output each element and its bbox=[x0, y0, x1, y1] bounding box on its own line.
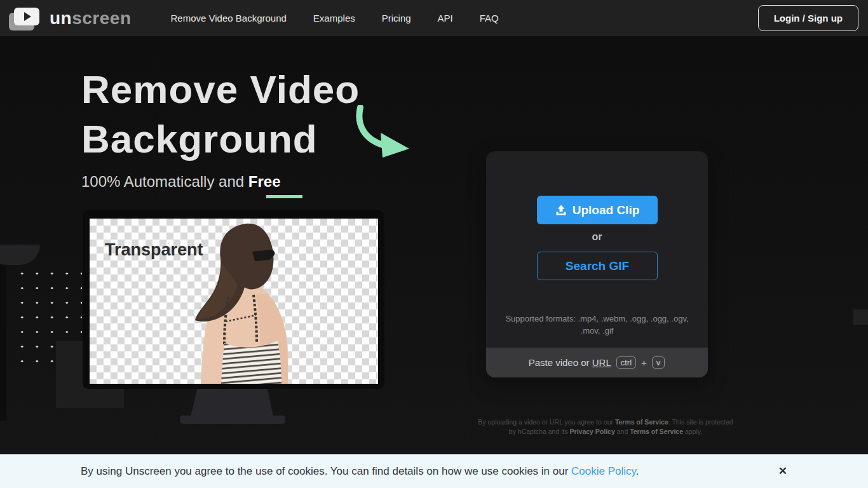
upload-card: Upload Clip or Search GIF Supported form… bbox=[486, 151, 708, 377]
decorative-semicircle bbox=[0, 245, 40, 265]
legal-disclaimer: By uploading a video or URL you agree to… bbox=[472, 417, 739, 437]
hero-section: Remove Video Background 100% Automatical… bbox=[0, 36, 868, 454]
curved-arrow-icon bbox=[356, 105, 416, 159]
woman-cutout-illustration: Transparent bbox=[90, 219, 378, 384]
url-link[interactable]: URL bbox=[592, 357, 611, 368]
monitor-frame: Transparent bbox=[83, 210, 384, 389]
video-logo-icon bbox=[9, 6, 41, 30]
or-separator: or bbox=[486, 231, 708, 243]
brand-name: unscreen bbox=[50, 8, 132, 29]
decorative-strip bbox=[0, 262, 6, 421]
monitor-stand-base bbox=[180, 416, 285, 424]
decorative-square-right bbox=[853, 309, 868, 325]
nav-links: Remove Video Background Examples Pricing… bbox=[171, 13, 499, 24]
supported-formats: Supported formats: .mp4, .webm, .ogg, .o… bbox=[499, 313, 695, 337]
brand-logo[interactable]: unscreen bbox=[9, 6, 132, 30]
paste-video-bar: Paste video or URL ctrl + v bbox=[486, 348, 708, 377]
monitor-stand-neck bbox=[191, 389, 273, 416]
cookie-banner: By using Unscreen you agree to the use o… bbox=[0, 454, 868, 488]
unscreen-homepage: unscreen Remove Video Background Example… bbox=[0, 0, 868, 488]
search-gif-button[interactable]: Search GIF bbox=[537, 252, 658, 280]
paste-label: Paste video or URL bbox=[529, 357, 611, 368]
login-signup-button[interactable]: Login / Sign up bbox=[758, 5, 858, 31]
nav-item-api[interactable]: API bbox=[438, 13, 453, 24]
page-title: Remove Video Background bbox=[81, 65, 360, 164]
nav-item-pricing[interactable]: Pricing bbox=[382, 13, 411, 24]
transparent-video-preview: Transparent bbox=[90, 219, 378, 384]
terms-of-service-link[interactable]: Terms of Service bbox=[615, 418, 668, 426]
cookie-policy-link[interactable]: Cookie Policy bbox=[571, 465, 636, 477]
nav-item-remove-video-background[interactable]: Remove Video Background bbox=[171, 13, 287, 24]
play-icon bbox=[24, 12, 31, 21]
upload-icon bbox=[555, 205, 567, 216]
cookie-message: By using Unscreen you agree to the use o… bbox=[81, 465, 639, 478]
transparent-label: Transparent bbox=[105, 240, 203, 259]
green-underline bbox=[266, 195, 302, 198]
v-key: v bbox=[652, 356, 665, 369]
terms-of-service-link-2[interactable]: Terms of Service bbox=[630, 428, 683, 435]
free-highlight: Free bbox=[248, 173, 281, 190]
close-icon[interactable]: ✕ bbox=[778, 466, 787, 477]
navbar: unscreen Remove Video Background Example… bbox=[0, 0, 868, 36]
nav-item-examples[interactable]: Examples bbox=[313, 13, 355, 24]
privacy-policy-link[interactable]: Privacy Policy bbox=[570, 428, 615, 435]
plus-sign: + bbox=[641, 357, 647, 368]
ctrl-key: ctrl bbox=[616, 356, 636, 369]
upload-clip-button[interactable]: Upload Clip bbox=[537, 196, 658, 224]
hero-subtitle: 100% Automatically and Free bbox=[81, 173, 281, 191]
nav-item-faq[interactable]: FAQ bbox=[480, 13, 499, 24]
